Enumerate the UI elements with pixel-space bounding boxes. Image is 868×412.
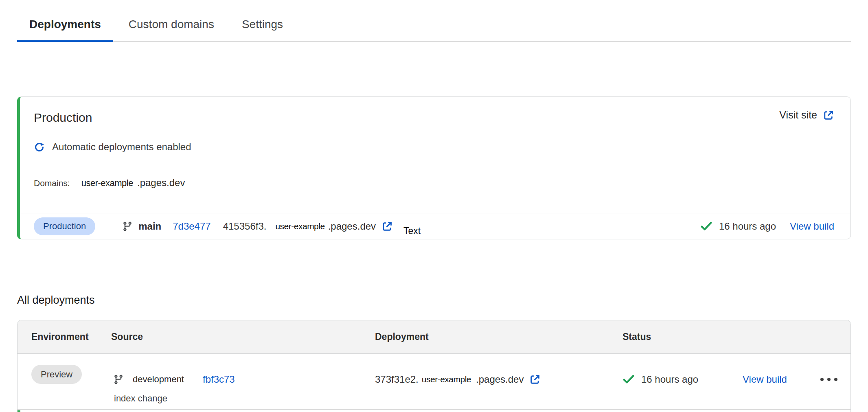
production-deployment-row: Production main 7d3e477 415356f3. user-e… (20, 213, 850, 239)
visit-site-label: Visit site (779, 109, 817, 121)
all-deployments-heading: All deployments (17, 294, 851, 306)
column-header-source: Source (111, 331, 373, 342)
domain-name: user-example (81, 177, 133, 189)
deployment-url: 415356f3. user-example .pages.dev (223, 221, 393, 232)
domains-line: Domains: user-example .pages.dev (34, 177, 834, 213)
note-text: Text (403, 226, 421, 237)
external-link-icon[interactable] (381, 221, 393, 232)
tab-custom-domains[interactable]: Custom domains (116, 18, 226, 42)
deployments-table: Environment Source Deployment Status Pre… (17, 320, 851, 412)
next-row-green-indicator (18, 410, 20, 412)
deployment-url-name: user-example (275, 221, 324, 231)
git-branch-icon (122, 221, 133, 232)
domains-label: Domains: (34, 177, 70, 189)
success-check-icon (700, 221, 712, 232)
deployment-url-name: user-example (422, 375, 471, 384)
production-card-title: Production (34, 109, 92, 126)
commit-message: index change (113, 393, 373, 404)
column-header-environment: Environment (18, 331, 111, 342)
commit-link[interactable]: fbf3c73 (203, 374, 235, 385)
commit-link[interactable]: 7d3e477 (173, 221, 210, 232)
tab-settings[interactable]: Settings (230, 18, 295, 42)
refresh-icon (34, 142, 45, 153)
deployment-url-suffix: .pages.dev (476, 374, 524, 385)
auto-deployments-status: Automatic deployments enabled (34, 141, 834, 153)
table-row: Preview development fbf3c73 index change… (18, 354, 850, 410)
column-header-deployment: Deployment (373, 331, 620, 342)
deployment-url: 373f31e2. user-example .pages.dev (375, 370, 620, 389)
external-link-icon[interactable] (529, 374, 541, 385)
view-build-link[interactable]: View build (743, 374, 787, 385)
environment-badge-production: Production (34, 217, 95, 235)
external-link-icon (823, 110, 834, 121)
tab-bar: Deployments Custom domains Settings (17, 18, 851, 42)
auto-deployments-text: Automatic deployments enabled (52, 141, 191, 153)
deployment-url-suffix: .pages.dev (328, 221, 376, 232)
deployment-time: 16 hours ago (719, 221, 776, 232)
deployment-url-prefix: 415356f3. (223, 221, 267, 232)
tab-deployments[interactable]: Deployments (17, 18, 113, 42)
production-card: Production Visit site Automa (17, 96, 851, 239)
deployment-url-prefix: 373f31e2. (375, 374, 419, 385)
table-header-row: Environment Source Deployment Status (18, 320, 850, 354)
branch-name: development (133, 374, 184, 385)
next-row-peek (18, 410, 850, 412)
domain-suffix: .pages.dev (137, 177, 185, 189)
more-actions-icon[interactable] (820, 370, 850, 389)
environment-badge-preview: Preview (31, 365, 82, 384)
success-check-icon (623, 374, 635, 385)
view-build-link[interactable]: View build (790, 221, 834, 232)
branch-name: main (138, 221, 161, 232)
git-branch-icon (113, 374, 124, 385)
deployment-time: 16 hours ago (641, 374, 698, 385)
column-header-status: Status (620, 331, 743, 342)
visit-site-link[interactable]: Visit site (779, 109, 834, 121)
